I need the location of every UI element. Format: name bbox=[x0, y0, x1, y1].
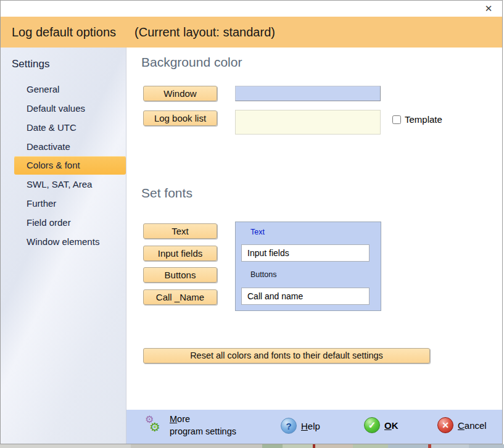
sidebar-item-date-utc[interactable]: Date & UTC bbox=[1, 118, 126, 137]
template-checkbox-label: Template bbox=[405, 114, 442, 125]
sidebar-item-general[interactable]: General bbox=[1, 80, 126, 99]
preview-input-fields[interactable] bbox=[241, 244, 370, 262]
preview-text-label: Text bbox=[250, 228, 265, 236]
title-bar: ✕ bbox=[1, 1, 502, 17]
template-checkbox-row: Template bbox=[392, 114, 442, 125]
font-preview-panel: Text Buttons bbox=[235, 222, 381, 311]
ok-label: OK bbox=[384, 420, 399, 431]
window-color-button[interactable]: Window bbox=[143, 86, 217, 101]
reset-colors-fonts-button[interactable]: Reset all colors and fonts to their defa… bbox=[143, 348, 430, 363]
more-program-settings-label: More program settings bbox=[170, 413, 236, 438]
sidebar-items: General Default values Date & UTC Deacti… bbox=[1, 80, 126, 251]
more-program-settings-button[interactable]: ⚙ ⚙ + More program settings bbox=[145, 413, 236, 438]
sidebar-item-window-elements[interactable]: Window elements bbox=[1, 232, 126, 251]
preview-buttons-label: Buttons bbox=[250, 270, 276, 279]
ok-button[interactable]: ✓ OK bbox=[364, 417, 399, 433]
sidebar-item-deactivate[interactable]: Deactivate bbox=[1, 137, 126, 156]
settings-sidebar: Settings General Default values Date & U… bbox=[1, 48, 126, 444]
sidebar-item-swl-sat-area[interactable]: SWL, SAT, Area bbox=[1, 175, 126, 194]
font-text-button[interactable]: Text bbox=[143, 223, 217, 239]
font-buttons-button[interactable]: Buttons bbox=[143, 267, 217, 283]
page-title: Log default options bbox=[12, 25, 116, 39]
help-label: Help bbox=[301, 421, 320, 431]
window-color-swatch bbox=[235, 86, 381, 101]
sidebar-item-default-values[interactable]: Default values bbox=[1, 99, 126, 118]
footer-bar: ⚙ ⚙ + More program settings ? Help ✓ OK … bbox=[126, 410, 502, 444]
template-checkbox[interactable] bbox=[392, 115, 401, 124]
font-input-fields-button[interactable]: Input fields bbox=[143, 246, 217, 261]
logbook-color-button[interactable]: Log book list bbox=[143, 110, 217, 126]
gear-plus-icon: + bbox=[154, 423, 157, 430]
main-panel: Background color Window Log book list Te… bbox=[126, 48, 502, 410]
cancel-button[interactable]: ✕ Cancel bbox=[437, 417, 487, 433]
help-icon: ? bbox=[281, 418, 297, 434]
cancel-label: Cancel bbox=[458, 420, 487, 431]
close-icon[interactable]: ✕ bbox=[481, 2, 496, 15]
dialog-header: Log default options (Current layout: sta… bbox=[1, 17, 502, 48]
font-call-name-button[interactable]: Call _Name bbox=[143, 289, 217, 305]
sidebar-item-colors-font[interactable]: Colors & font bbox=[14, 156, 126, 175]
help-button[interactable]: ? Help bbox=[281, 418, 320, 434]
current-layout-info: (Current layout: standard) bbox=[134, 25, 275, 39]
logbook-color-swatch bbox=[235, 110, 381, 135]
set-fonts-heading: Set fonts bbox=[141, 186, 192, 201]
preview-call-name-input[interactable] bbox=[241, 288, 370, 305]
sidebar-title: Settings bbox=[1, 48, 126, 70]
background-color-heading: Background color bbox=[141, 55, 242, 70]
gears-icon: ⚙ ⚙ + bbox=[145, 415, 163, 436]
cancel-x-icon: ✕ bbox=[437, 417, 453, 433]
desktop-background-strip bbox=[0, 444, 504, 448]
sidebar-item-further[interactable]: Further bbox=[1, 194, 126, 213]
ok-check-icon: ✓ bbox=[364, 417, 380, 433]
settings-dialog: ✕ Log default options (Current layout: s… bbox=[0, 0, 503, 444]
sidebar-item-field-order[interactable]: Field order bbox=[1, 213, 126, 232]
